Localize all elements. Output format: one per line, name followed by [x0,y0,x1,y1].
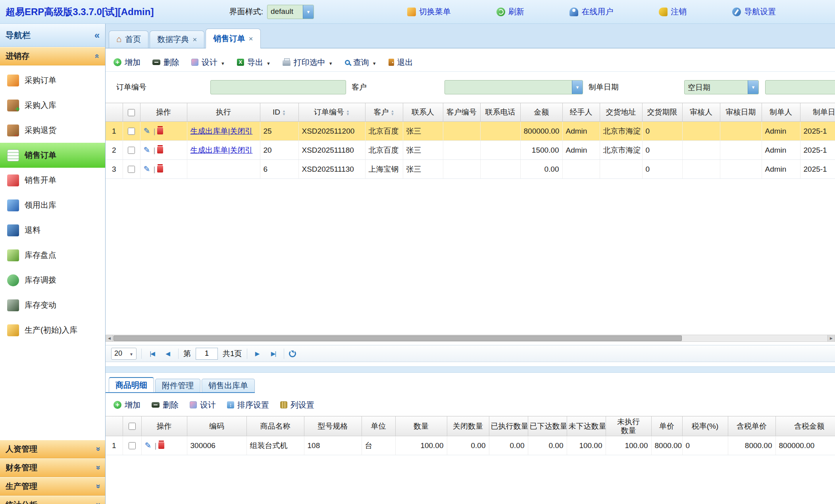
close-icon[interactable] [192,35,197,44]
chevron-down-icon[interactable] [372,58,377,67]
tab-label: 销售出库单 [208,380,248,391]
select-all-checkbox[interactable] [129,423,136,430]
first-page-button[interactable] [146,348,158,359]
order-row[interactable]: 2 | 生成出库单|关闭引 20 XSD202511180 北京百度 张三 [106,141,835,160]
cell-phone [480,141,520,160]
generate-outbound-link[interactable]: 生成出库单|关闭引 [190,146,253,154]
prev-page-button[interactable] [162,348,173,359]
detail-add-button[interactable]: 增加 [114,400,140,410]
tab-product-detail[interactable]: 商品明细 [109,377,154,392]
scrollbar-thumb[interactable] [114,335,682,341]
sidebar-item-sales-billing[interactable]: 销售开单 [0,168,105,193]
order-no-input[interactable] [210,80,346,94]
last-page-button[interactable] [268,348,279,359]
tab-home[interactable]: 首页 [109,31,148,48]
chevron-down-icon[interactable] [572,80,583,94]
order-row[interactable]: 1 | 生成出库单|关闭引 25 XSD202511200 北京百度 张三 [106,122,835,141]
trash-icon[interactable] [157,147,163,153]
nav-settings-button[interactable]: 导航设置 [732,6,776,17]
chevron-down-icon[interactable] [266,58,271,67]
tab-attachments[interactable]: 附件管理 [155,379,200,392]
add-button[interactable]: 增加 [114,57,140,68]
col-customer[interactable]: 客户 [365,103,403,122]
generate-outbound-link[interactable]: 生成出库单|关闭引 [190,127,253,135]
row-checkbox[interactable] [128,147,135,154]
sort-icon[interactable] [346,109,350,116]
sort-settings-button[interactable]: 排序设置 [227,400,269,410]
scroll-left-button[interactable]: ◀ [106,335,113,341]
chevron-down-icon[interactable] [748,80,758,94]
sidebar-item-stock-change[interactable]: 库存变动 [0,293,105,318]
logout-button[interactable]: 注销 [659,6,687,17]
date-type-select[interactable]: 空日期 [684,80,759,94]
delete-button[interactable]: 删除 [152,57,179,68]
chevron-down-icon[interactable] [221,58,225,67]
customer-select[interactable] [444,80,583,94]
export-label: 导出 [247,57,263,68]
trash-icon[interactable] [157,166,163,172]
col-order-no[interactable]: 订单编号 [298,103,365,122]
tab-sales-outbound[interactable]: 销售出库单 [202,379,255,392]
sidebar-item-purchase-order[interactable]: 采购订单 [0,68,105,93]
refresh-button[interactable]: 刷新 [496,6,524,17]
sidebar-item-purchase-return[interactable]: 采购退货 [0,118,105,143]
scroll-right-button[interactable]: ▶ [827,335,835,341]
sort-icon[interactable] [282,109,286,116]
trash-icon[interactable] [157,128,163,134]
tab-sales-order[interactable]: 销售订单 [206,29,260,48]
exit-button[interactable]: 退出 [389,57,413,68]
column-settings-button[interactable]: 列设置 [280,400,314,410]
row-checkbox[interactable] [129,442,136,449]
trash-icon[interactable] [158,442,164,449]
edit-icon[interactable] [145,441,153,450]
design-button[interactable]: 设计 [191,57,225,68]
execute-cell [187,160,260,179]
select-all-checkbox[interactable] [128,109,135,116]
edit-icon[interactable] [144,126,152,135]
detail-design-button[interactable]: 设计 [190,400,216,410]
order-row[interactable]: 3 | 6 XSD202511130 上海宝钢 张三 [106,160,835,179]
col-auditor: 审核人 [682,103,720,122]
next-page-button[interactable] [252,348,263,359]
date-input[interactable] [765,80,835,94]
tab-data-dictionary[interactable]: 数据字典 [150,31,204,48]
sidebar-item-stock-transfer[interactable]: 库存调拨 [0,268,105,293]
sidebar-section-finance[interactable]: 财务管理 [0,458,105,477]
sidebar-section-hr[interactable]: 人资管理 [0,440,105,458]
sidebar-section-production[interactable]: 生产管理 [0,477,105,496]
sort-icon[interactable] [391,109,394,116]
row-checkbox[interactable] [128,166,135,173]
query-button[interactable]: 查询 [345,57,377,68]
sidebar-item-stock-count[interactable]: 库存盘点 [0,243,105,268]
col-id[interactable]: ID [260,103,298,122]
sidebar-collapse-icon[interactable]: « [94,30,100,41]
sidebar-item-production-inbound[interactable]: 生产(初始)入库 [0,318,105,343]
tab-label: 附件管理 [162,380,194,391]
detail-delete-button[interactable]: 删除 [152,400,179,410]
chevron-down-icon[interactable] [329,58,333,67]
page-number-input[interactable] [196,348,218,360]
splitter-band[interactable] [106,366,835,373]
online-users-button[interactable]: 在线用户 [569,6,613,17]
style-select[interactable]: default [267,5,314,19]
sidebar-section-inventory[interactable]: 进销存 [0,47,105,65]
chevron-down-icon[interactable] [303,5,314,19]
sidebar-item-purchase-inbound[interactable]: 采购入库 [0,93,105,118]
print-selected-button[interactable]: 打印选中 [283,57,333,68]
edit-icon[interactable] [144,165,152,173]
sidebar-section-statistics[interactable]: 统计分析 [0,496,105,504]
sidebar-item-sales-order[interactable]: 销售订单 [0,143,105,168]
sidebar-item-material-return[interactable]: 退料 [0,218,105,243]
top-actions: 切换菜单 刷新 在线用户 注销 导航设置 [362,6,829,17]
horizontal-scrollbar[interactable]: ◀ ▶ [106,335,835,342]
scrollbar-track[interactable] [682,335,827,341]
page-size-select[interactable]: 20 [111,348,137,360]
detail-row[interactable]: 1 | 300006 组装台式机 108 台 100.00 0.00 [106,436,835,455]
sidebar-item-requisition-outbound[interactable]: 领用出库 [0,193,105,218]
switch-menu-button[interactable]: 切换菜单 [407,6,451,17]
row-checkbox[interactable] [128,128,135,135]
reload-grid-icon[interactable] [289,350,296,357]
export-button[interactable]: 导出 [237,57,271,68]
close-icon[interactable] [248,34,253,43]
edit-icon[interactable] [144,146,152,154]
